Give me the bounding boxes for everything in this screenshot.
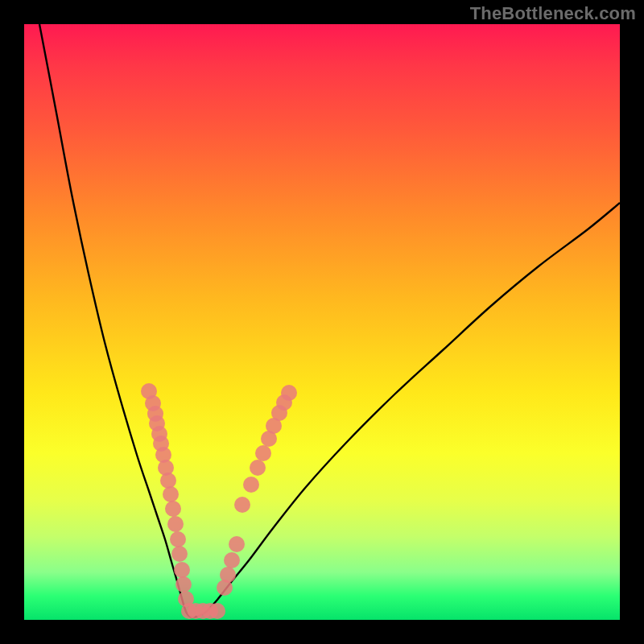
data-dot bbox=[165, 501, 181, 517]
data-dot bbox=[234, 497, 250, 513]
data-dot bbox=[175, 576, 192, 592]
chart-frame: TheBottleneck.com bbox=[0, 0, 644, 644]
data-dot bbox=[229, 536, 245, 552]
data-dot bbox=[255, 445, 271, 461]
data-dot bbox=[171, 546, 188, 562]
data-dot bbox=[174, 562, 190, 578]
data-dot bbox=[167, 516, 184, 532]
data-dot bbox=[220, 567, 236, 583]
data-dot bbox=[243, 477, 259, 493]
data-dot bbox=[209, 603, 225, 619]
data-dot bbox=[163, 486, 179, 502]
data-dot bbox=[250, 460, 266, 476]
v-curve-path bbox=[39, 24, 620, 617]
plot-area bbox=[24, 24, 620, 620]
data-dot bbox=[224, 552, 240, 568]
data-dot bbox=[160, 473, 176, 489]
watermark-text: TheBottleneck.com bbox=[470, 3, 636, 24]
curve-layer bbox=[24, 24, 620, 620]
data-dot bbox=[170, 531, 186, 547]
data-dot bbox=[281, 385, 297, 401]
data-dots bbox=[141, 383, 297, 619]
